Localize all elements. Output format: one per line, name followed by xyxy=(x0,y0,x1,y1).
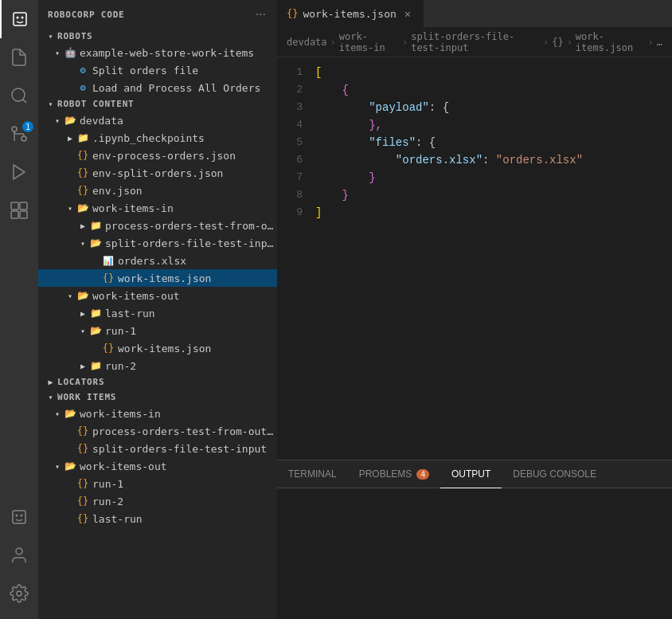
accounts-icon[interactable] xyxy=(0,536,38,574)
source-control-icon[interactable]: 1 xyxy=(0,115,38,153)
tree-item-work-items-json[interactable]: {} work-items.json xyxy=(38,269,277,287)
task-icon: ⚙ xyxy=(76,64,89,76)
tree-item-wi-process[interactable]: {} process-orders-test-from-outputs xyxy=(38,422,277,440)
expand-arrow: ▾ xyxy=(51,49,64,57)
robocorp-bottom-icon[interactable] xyxy=(0,498,38,536)
json-icon: {} xyxy=(102,342,115,355)
robots-arrow: ▾ xyxy=(45,32,57,41)
robot-content-section[interactable]: ▾ ROBOT CONTENT xyxy=(38,96,277,112)
tree-item-env-json[interactable]: {} env.json xyxy=(38,182,277,199)
editor-tab-work-items-json[interactable]: {} work-items.json ✕ xyxy=(277,0,424,27)
expand-arrow: ▶ xyxy=(76,221,89,230)
tree-item-label: work-items.json xyxy=(118,272,211,284)
search-icon[interactable] xyxy=(0,76,38,115)
work-items-section[interactable]: ▾ WORK ITEMS xyxy=(38,390,277,405)
breadcrumb-sep2: › xyxy=(402,37,408,48)
tree-item-load-process[interactable]: ⚙ Load and Process All Orders xyxy=(38,79,277,96)
terminal-content[interactable] xyxy=(277,488,672,619)
tab-debug-console[interactable]: DEBUG CONSOLE xyxy=(502,460,608,488)
line-content: [ xyxy=(315,64,672,81)
xlsx-icon: 📊 xyxy=(102,254,115,267)
tree-item-wi-in[interactable]: ▾ 📂 work-items-in xyxy=(38,405,277,422)
folder-open-icon: 📂 xyxy=(64,460,76,472)
expand-arrow: ▾ xyxy=(51,409,64,418)
svg-point-2 xyxy=(21,17,24,19)
code-line-1: 1 [ xyxy=(277,64,672,81)
editor-area: {} work-items.json ✕ devdata › work-item… xyxy=(277,0,672,619)
tree-item-work-items-in[interactable]: ▾ 📂 work-items-in xyxy=(38,199,277,217)
breadcrumb-sep5: › xyxy=(648,37,654,48)
sidebar-more-button[interactable]: ··· xyxy=(254,6,268,22)
run-debug-icon[interactable] xyxy=(0,153,38,191)
folder-icon: 📁 xyxy=(76,131,89,144)
code-line-2: 2 { xyxy=(277,81,672,99)
expand-arrow: ▾ xyxy=(51,116,64,125)
tree-item-wi-run2[interactable]: {} run-2 xyxy=(38,492,277,510)
json-icon: {} xyxy=(76,167,89,179)
code-editor[interactable]: 1 [ 2 { 3 "payload": { 4 }, 5 "files": {… xyxy=(277,57,672,460)
tree-item-orders-xlsx[interactable]: 📊 orders.xlsx xyxy=(38,252,277,269)
expand-arrow: ▾ xyxy=(76,327,89,335)
breadcrumb-sep4: › xyxy=(567,37,572,48)
expand-arrow: ▾ xyxy=(64,292,76,300)
tree-item-wi-lastrun[interactable]: {} last-run xyxy=(38,510,277,527)
source-control-badge: 1 xyxy=(22,121,33,132)
line-content: "payload": { xyxy=(315,99,672,116)
svg-point-14 xyxy=(16,515,18,517)
json-icon: {} xyxy=(76,425,89,437)
breadcrumb-split-orders[interactable]: split-orders-file-test-input xyxy=(411,31,540,53)
tab-problems[interactable]: PROBLEMS 4 xyxy=(348,460,440,488)
folder-icon: 📁 xyxy=(89,219,102,232)
task-icon: ⚙ xyxy=(76,81,89,94)
tree-item-env-split[interactable]: {} env-split-orders.json xyxy=(38,164,277,182)
tree-item-label: run-2 xyxy=(92,496,123,507)
line-number: 4 xyxy=(277,116,315,134)
breadcrumb-work-items-in[interactable]: work-items-in xyxy=(339,31,399,53)
svg-rect-0 xyxy=(14,13,26,25)
tree-item-process-orders[interactable]: ▶ 📁 process-orders-test-from-outputs xyxy=(38,217,277,234)
locators-section[interactable]: ▶ LOCATORS xyxy=(38,374,277,390)
locators-label: LOCATORS xyxy=(57,377,104,387)
code-line-4: 4 }, xyxy=(277,116,672,134)
svg-line-4 xyxy=(23,100,26,103)
tree-item-split-orders-folder[interactable]: ▾ 📂 split-orders-file-test-input xyxy=(38,234,277,252)
tree-item-split-orders[interactable]: ⚙ Split orders file xyxy=(38,61,277,79)
robocorp-icon[interactable] xyxy=(0,0,38,38)
tab-close-button[interactable]: ✕ xyxy=(401,7,414,20)
settings-icon[interactable] xyxy=(0,574,38,613)
tree-item-devdata[interactable]: ▾ 📂 devdata xyxy=(38,112,277,129)
tab-output[interactable]: OUTPUT xyxy=(440,460,502,488)
tree-item-wi-run1[interactable]: {} run-1 xyxy=(38,475,277,492)
activity-bar: 1 xyxy=(0,0,38,619)
breadcrumb-filename[interactable]: work-items.json xyxy=(576,31,645,53)
json-icon: {} xyxy=(76,184,89,197)
folder-open-icon: 📂 xyxy=(64,407,76,420)
expand-arrow: ▶ xyxy=(76,309,89,318)
tree-item-example-web-store[interactable]: ▾ 🤖 example-web-store-work-items xyxy=(38,44,277,61)
tree-item-wi-split[interactable]: {} split-orders-file-test-input xyxy=(38,440,277,457)
tree-item-label: example-web-store-work-items xyxy=(80,47,254,59)
tree-item-label: run-2 xyxy=(105,360,136,372)
tree-item-last-run[interactable]: ▶ 📁 last-run xyxy=(38,304,277,322)
svg-point-15 xyxy=(21,515,23,517)
explorer-icon[interactable] xyxy=(0,38,38,76)
tree-item-ipynb[interactable]: ▶ 📁 .ipynb_checkpoints xyxy=(38,129,277,147)
breadcrumb-braces[interactable]: {} xyxy=(552,37,563,48)
tree-item-env-process[interactable]: {} env-process-orders.json xyxy=(38,147,277,164)
robots-section-header[interactable]: ▾ ROBOTS xyxy=(38,29,277,44)
tab-terminal[interactable]: TERMINAL xyxy=(277,460,348,488)
tree-item-label: last-run xyxy=(92,513,143,525)
tree-item-run-2[interactable]: ▶ 📁 run-2 xyxy=(38,357,277,374)
line-number: 2 xyxy=(277,81,315,99)
tree-item-label: process-orders-test-from-outputs xyxy=(92,425,277,437)
breadcrumb-devdata[interactable]: devdata xyxy=(287,37,327,48)
code-line-3: 3 "payload": { xyxy=(277,99,672,116)
folder-open-icon: 📂 xyxy=(76,202,89,214)
extensions-icon[interactable] xyxy=(0,191,38,229)
tree-item-wi-out[interactable]: ▾ 📂 work-items-out xyxy=(38,457,277,475)
folder-open-icon: 📂 xyxy=(76,289,89,302)
tree-item-run1-work-items[interactable]: {} work-items.json xyxy=(38,339,277,357)
tree-item-work-items-out[interactable]: ▾ 📂 work-items-out xyxy=(38,287,277,304)
sidebar: ROBOCORP CODE ··· ▾ ROBOTS ▾ 🤖 example-w… xyxy=(38,0,277,619)
tree-item-run-1[interactable]: ▾ 📂 run-1 xyxy=(38,322,277,339)
